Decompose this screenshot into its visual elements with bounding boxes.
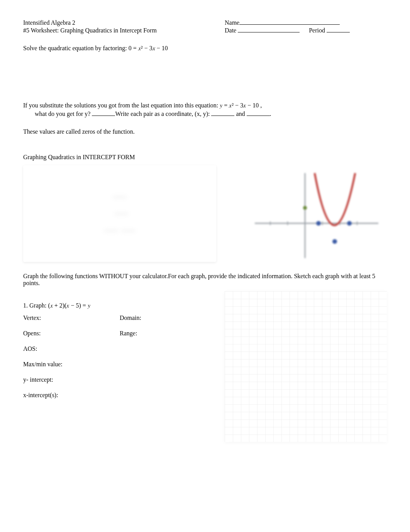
svg-point-10 (303, 206, 307, 210)
end-period: . (270, 110, 271, 117)
zeros-line: These values are called zeros of the fun… (23, 128, 387, 135)
coord1-blank[interactable] (211, 116, 234, 116)
q1-vertex-label: Vertex: (23, 314, 120, 321)
q1-graph-grid[interactable] (225, 291, 387, 442)
and-text: and (234, 110, 246, 117)
header-row-2: #5 Worksheet: Graphing Quadratics in Int… (23, 27, 387, 34)
period-label: Period (309, 27, 325, 34)
graph-instructions: Graph the following functions WITHOUT yo… (23, 273, 387, 287)
q1-prompt: 1. Graph: (𝑥 + 2)(𝑥 − 5) = 𝑦 (23, 302, 209, 309)
svg-point-9 (332, 239, 337, 244)
worksheet-title: #5 Worksheet: Graphing Quadratics in Int… (23, 27, 225, 34)
q1-opens-label: Opens: (23, 330, 120, 337)
figures-row: —— —— —— —— (23, 165, 387, 262)
name-field-area: Name (225, 19, 387, 26)
what-get-prefix: what do you get for y? (35, 110, 92, 117)
substitute-line: If you substitute the solutions you got … (23, 102, 387, 109)
q1-maxmin-label: Max/min value: (23, 361, 120, 368)
solve-prompt-text: Solve the quadratic equation by factorin… (23, 45, 168, 51)
blurred-formula-content: —— —— —— —— (104, 189, 136, 239)
q1-range-label: Range: (120, 330, 197, 337)
example-parabola-graph (239, 165, 386, 262)
svg-rect-11 (225, 291, 387, 442)
header-row-1: Intensified Algebra 2 Name (23, 19, 387, 26)
svg-point-7 (316, 221, 321, 226)
solve-prompt: Solve the quadratic equation by factorin… (23, 45, 387, 52)
question-1: 1. Graph: (𝑥 + 2)(𝑥 − 5) = 𝑦 Vertex: Dom… (23, 291, 387, 442)
intercept-form-box: —— —— —— —— (23, 165, 216, 262)
substitute-text: If you substitute the solutions you got … (23, 102, 262, 109)
name-label: Name (225, 19, 239, 26)
q1-domain-label: Domain: (120, 314, 197, 321)
date-label: Date (225, 27, 236, 34)
write-pair-text: Write each pair as a coordinate, (x, y): (115, 110, 211, 117)
date-period-area: Date Period (225, 27, 387, 34)
q1-xint-label: x-intercept(s): (23, 392, 120, 399)
q1-aos-label: AOS: (23, 345, 120, 352)
q1-yint-label: y- intercept: (23, 376, 120, 383)
what-get-line: what do you get for y? Write each pair a… (35, 110, 387, 117)
svg-point-8 (347, 221, 352, 226)
section-heading: Graphing Quadratics in INTERCEPT FORM (23, 154, 387, 161)
coord2-blank[interactable] (247, 116, 270, 116)
date-blank[interactable] (238, 32, 300, 32)
y-value-blank[interactable] (92, 116, 115, 116)
q1-properties: Vertex: Domain: Opens: Range: AOS: Max/m… (23, 314, 209, 399)
period-blank[interactable] (327, 32, 350, 32)
name-blank[interactable] (239, 24, 340, 25)
course-title: Intensified Algebra 2 (23, 19, 225, 26)
